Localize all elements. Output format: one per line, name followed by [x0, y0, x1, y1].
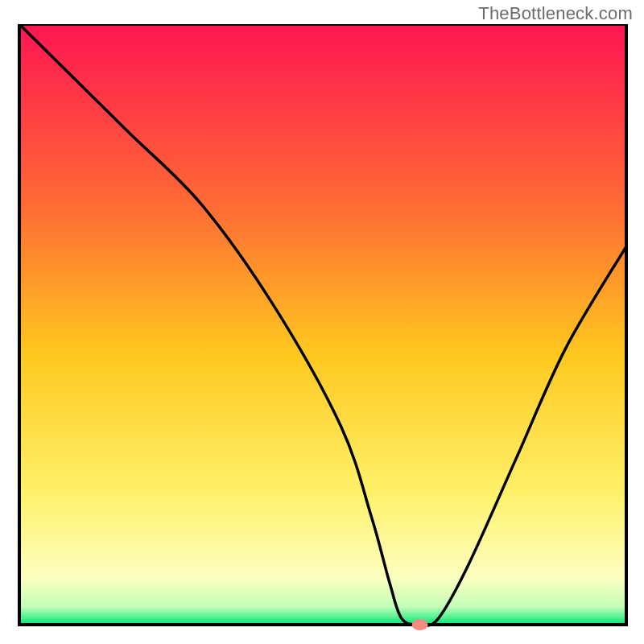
- optimal-point-marker: [412, 619, 428, 630]
- bottleneck-chart: [0, 24, 644, 644]
- plot-area: [19, 24, 626, 630]
- chart-container: { "watermark": "TheBottleneck.com", "cha…: [0, 0, 644, 644]
- watermark-text: TheBottleneck.com: [478, 3, 633, 24]
